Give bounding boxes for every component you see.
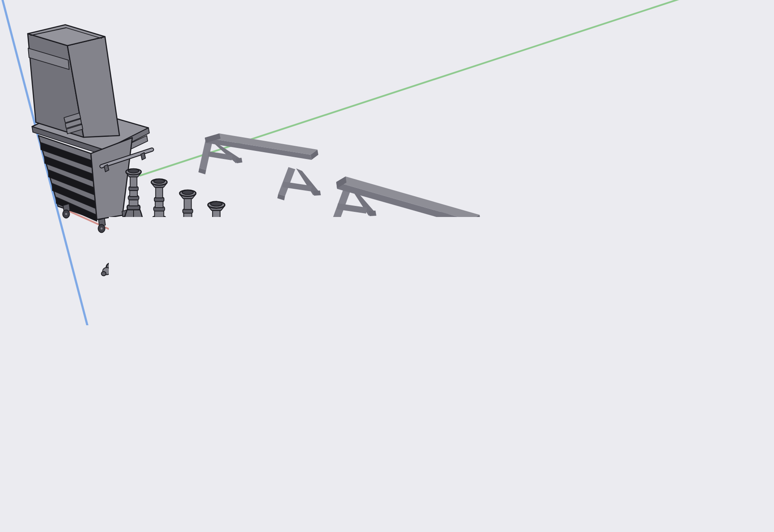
oil-jug-model-2[interactable] xyxy=(311,266,370,347)
oil-jug-model-1[interactable] xyxy=(251,243,306,318)
machine-stand-model-2[interactable] xyxy=(491,367,567,430)
scene-layer xyxy=(0,0,774,532)
storage-box-model[interactable] xyxy=(522,240,605,301)
cabinet-caster xyxy=(63,204,70,218)
sawhorse-model-2[interactable] xyxy=(332,176,480,261)
sawhorse-model-1[interactable] xyxy=(198,133,321,200)
funnel-model-1[interactable] xyxy=(592,390,648,452)
machine-stand-model-1[interactable] xyxy=(397,327,474,390)
funnel-model-2[interactable] xyxy=(663,428,721,490)
3d-viewport[interactable] xyxy=(0,0,774,532)
cabinet-caster xyxy=(98,218,105,233)
